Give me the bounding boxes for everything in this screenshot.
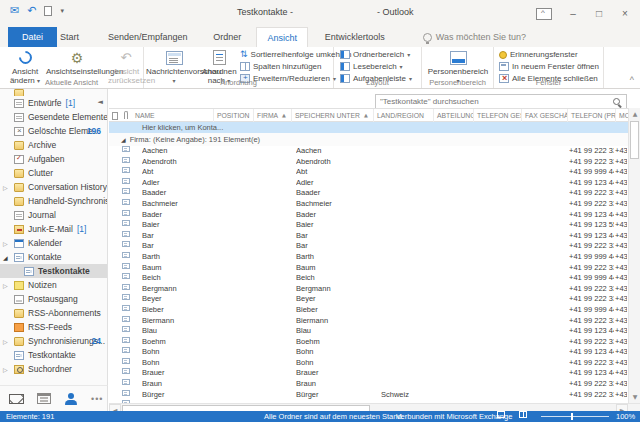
column-header-phone_home[interactable]: TELEFON (PRIV... — [567, 109, 615, 122]
contact-row[interactable]: BeyerBeyer+41 99 222 33...+43 — [109, 294, 628, 305]
maximize-button[interactable]: □ — [586, 4, 612, 24]
contact-row[interactable]: BaumBaum+41 99 222 33...+43 — [109, 263, 628, 274]
people-nav-icon[interactable] — [64, 393, 78, 405]
group-header-row[interactable]: ◢Firma: (Keine Angabe): 191 Element(e) — [109, 133, 628, 146]
add-columns-button[interactable]: Spalten hinzufügen — [240, 62, 322, 71]
tab-entwicklertools[interactable]: Entwicklertools — [315, 27, 395, 47]
zoom-slider[interactable] — [541, 416, 609, 417]
scroll-up-icon[interactable]: ▲ — [629, 108, 640, 120]
folder-item-kalender[interactable]: ▷Kalender — [0, 236, 107, 250]
contact-row[interactable]: AbendrothAbendroth+41 99 222 33...+43 — [109, 157, 628, 168]
calendar-nav-icon[interactable] — [37, 393, 51, 404]
search-icon[interactable] — [613, 98, 620, 105]
mail-nav-icon[interactable] — [9, 394, 24, 404]
reminders-window-button[interactable]: Erinnerungsfenster — [499, 50, 578, 59]
folder-pane-button[interactable]: Ordnerbereich▾ — [340, 50, 410, 59]
folder-item-gesendete-elemente[interactable]: Gesendete Elemente — [0, 110, 107, 124]
contact-row[interactable]: BaierBaier+41 99 123 55...+43 — [109, 220, 628, 231]
new-contact-row[interactable]: Hier klicken, um Konta... — [109, 122, 628, 133]
contact-row[interactable]: BiermannBiermann+41 99 222 33...+43 — [109, 316, 628, 327]
more-nav-icon[interactable]: ••• — [91, 394, 103, 404]
contact-row[interactable]: BraunBraun+41 99 222 33...+43 — [109, 379, 628, 390]
expand-arrow-icon[interactable]: ▷ — [3, 282, 11, 289]
folder-item-archive[interactable]: Archive — [0, 138, 107, 152]
group-expanded-icon[interactable]: ◢ — [121, 136, 126, 143]
folder-item-rss-abonnements[interactable]: RSS-Abonnements — [0, 306, 107, 320]
scroll-down-icon[interactable]: ▼ — [629, 391, 640, 403]
contact-row[interactable]: AachenAachen+41 99 222 33...+43 — [109, 146, 628, 157]
normal-view-icon[interactable] — [497, 411, 505, 418]
folder-item-journal[interactable]: Journal — [0, 208, 107, 222]
contact-row[interactable]: BachmeierBachmeier+41 99 222 33...+43 — [109, 199, 628, 210]
column-header-mobile[interactable]: MO... — [615, 109, 628, 122]
folder-item-synchronisierungs-[interactable]: ▷Synchronisierungs...24 — [0, 334, 107, 348]
send-receive-icon[interactable]: ✉ — [10, 5, 19, 16]
folder-item-handheld-synchronis-[interactable]: Handheld-Synchronis... — [0, 194, 107, 208]
folder-item-testkontakte[interactable]: Testkontakte — [0, 348, 107, 362]
reading-pane-button[interactable]: Lesebereich▾ — [340, 62, 403, 71]
minimize-button[interactable]: – — [560, 4, 586, 24]
vertical-scroll-thumb[interactable] — [630, 121, 639, 159]
tab-start[interactable]: Start — [50, 27, 89, 47]
folder-item-clutter[interactable]: Clutter — [0, 166, 107, 180]
customize-qat-icon[interactable]: ▾ — [60, 5, 64, 16]
folder-item-rss-feeds[interactable]: RSS-Feeds — [0, 320, 107, 334]
folder-item-aufgaben[interactable]: Aufgaben — [0, 152, 107, 166]
folder-item-kontakte[interactable]: ◢Kontakte — [0, 250, 107, 264]
expand-arrow-icon[interactable]: ▷ — [3, 366, 11, 373]
document-icon[interactable] — [44, 6, 52, 16]
contact-row[interactable]: BarBar+41 99 123 44...+43 — [109, 231, 628, 242]
item-type-column-icon[interactable] — [112, 112, 118, 120]
minimize-folder-pane-icon[interactable]: ◄ — [98, 98, 103, 106]
contact-row[interactable]: AbtAbt+41 99 999 44...+43 — [109, 167, 628, 178]
folder-item-conversation-history[interactable]: ▷Conversation History — [0, 180, 107, 194]
collapse-arrow-icon[interactable]: ◢ — [3, 254, 11, 261]
zoom-slider-thumb[interactable] — [571, 413, 573, 420]
search-box[interactable] — [375, 94, 627, 109]
folder-item-junk-e-mail[interactable]: Junk-E-Mail[1] — [0, 222, 107, 236]
tab-ordner[interactable]: Ordner — [203, 27, 251, 47]
column-header-department[interactable]: ABTEILUNG — [433, 109, 473, 122]
view-settings-button[interactable]: ⚙ Ansichtseinstellungen — [46, 49, 108, 76]
contact-row[interactable]: BergmannBergmann+41 99 222 33...+43 — [109, 284, 628, 295]
undo-icon[interactable]: ↶ — [27, 5, 36, 16]
collapse-ribbon-icon[interactable]: ^ — [630, 75, 634, 85]
vertical-scrollbar[interactable]: ▲ ▼ — [628, 108, 640, 403]
folder-item-entwürfe[interactable]: Entwürfe[1] — [0, 96, 107, 110]
contact-row[interactable]: BarBar+41 99 222 33...+43 — [109, 241, 628, 252]
tell-me-box[interactable]: Was möchten Sie tun? — [423, 27, 526, 47]
contact-row[interactable]: BeichBeich+41 99 999 44...+43 — [109, 273, 628, 284]
column-header-name[interactable]: NAME — [132, 109, 213, 122]
zoom-level-label[interactable]: 100% — [616, 411, 635, 422]
folder-item-partial[interactable] — [0, 89, 107, 96]
search-input[interactable] — [376, 97, 613, 106]
column-header-country[interactable]: LAND/REGION — [373, 109, 433, 122]
tab-ansicht[interactable]: Ansicht — [256, 27, 308, 47]
sort-ascending-icon[interactable]: ▲ — [282, 112, 286, 118]
contact-row[interactable]: BürgerBürgerSchweiz+41 99 222 33...+43 — [109, 390, 628, 401]
column-header-position[interactable]: POSITION — [213, 109, 253, 122]
contact-row[interactable]: BoehmBoehm+41 99 222 33...+43 — [109, 337, 628, 348]
contact-row[interactable]: BlauBlau+41 99 123 44...+43 — [109, 326, 628, 337]
expand-arrow-icon[interactable]: ▷ — [3, 240, 11, 247]
contact-row[interactable]: BaderBader+41 99 123 44...+43 — [109, 210, 628, 221]
contact-row[interactable]: BieberBieber+41 99 999 44...+43 — [109, 305, 628, 316]
close-button[interactable]: × — [612, 4, 638, 24]
contact-row[interactable]: BarthBarth+41 99 999 44...+43 — [109, 252, 628, 263]
expand-arrow-icon[interactable]: ▷ — [3, 184, 11, 191]
folder-item-suchordner[interactable]: ▷Suchordner — [0, 362, 107, 376]
sort-ascending-icon[interactable]: ▲ — [364, 112, 368, 118]
ribbon-display-options-icon[interactable] — [536, 8, 552, 20]
column-header-fax_business[interactable]: FAX GESCHÄFTL. — [521, 109, 567, 122]
contact-row[interactable]: BohnBohn+41 99 222 33...+43 — [109, 358, 628, 369]
tab-senden-empfangen[interactable]: Senden/Empfangen — [98, 27, 198, 47]
folder-item-postausgang[interactable]: Postausgang — [0, 292, 107, 306]
open-in-new-window-button[interactable]: In neuem Fenster öffnen — [499, 62, 599, 71]
contact-row[interactable]: BrauerBrauer+41 99 123 44...+43 — [109, 368, 628, 379]
expand-arrow-icon[interactable]: ▷ — [3, 338, 11, 345]
reading-view-icon[interactable] — [519, 411, 527, 418]
column-header-file_as[interactable]: SPEICHERN UNTER — [291, 109, 373, 122]
contact-row[interactable]: AdlerAdler+41 99 123 44...+43 — [109, 178, 628, 189]
contact-row[interactable]: BohnBohn+41 99 123 44...+43 — [109, 347, 628, 358]
folder-item-gelöschte-eleme-[interactable]: Gelöschte Eleme...196 — [0, 124, 107, 138]
